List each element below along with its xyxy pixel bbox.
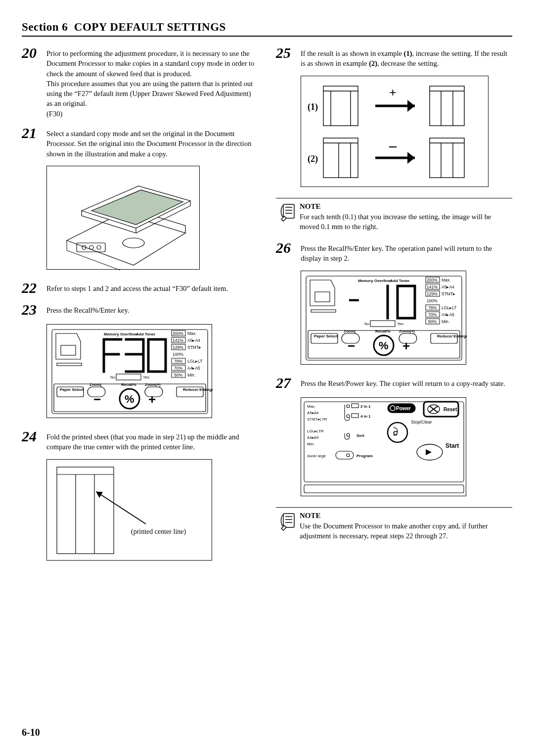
svg-text:141%: 141%: [427, 284, 438, 289]
step-25: 25 If the result is as shown in example …: [276, 46, 512, 69]
svg-marker-72: [407, 152, 415, 164]
svg-text:Max.: Max.: [187, 331, 196, 336]
svg-rect-6: [61, 345, 76, 355]
svg-text:STMT▸: STMT▸: [187, 345, 201, 350]
svg-marker-155: [426, 449, 432, 455]
step-number: 22: [22, 281, 46, 295]
svg-text:100%: 100%: [427, 298, 438, 303]
svg-text:Stop/Clear: Stop/Clear: [411, 420, 432, 425]
svg-text:Power: Power: [396, 406, 411, 411]
svg-text:LGL▸LT: LGL▸LT: [187, 359, 202, 364]
note-text: NOTE For each tenth (0.1) that you incre…: [300, 201, 512, 232]
step-body: Prior to performing the adjustment proce…: [46, 46, 258, 119]
step-number: 20: [22, 46, 46, 60]
svg-text:Reduce/
Enlarge: Reduce/ Enlarge: [183, 387, 213, 392]
svg-text:4 in 1: 4 in 1: [360, 414, 371, 419]
svg-text:A5▸A4: A5▸A4: [187, 338, 200, 343]
svg-text:Recall%: Recall%: [121, 382, 136, 387]
note-body: For each tenth (0.1) that you increase t…: [300, 213, 491, 231]
step-text: Press the Reset/Power key. The copier wi…: [301, 376, 505, 388]
folded-sheet-svg: (printed center line): [47, 460, 213, 561]
figure-panel-10: − Memory Overflow Add Toner No Yes 200%M…: [301, 271, 466, 365]
note-1: NOTE For each tenth (0.1) that you incre…: [276, 198, 512, 232]
svg-text:(2): (2): [308, 154, 318, 164]
svg-text:+: +: [389, 86, 397, 100]
svg-text:Program: Program: [356, 454, 373, 458]
svg-rect-82: [315, 292, 330, 302]
svg-marker-62: [407, 100, 415, 112]
step-27: 27 Press the Reset/Power key. The copier…: [276, 376, 512, 390]
svg-text:200%: 200%: [427, 278, 438, 283]
svg-text:Yes: Yes: [143, 375, 149, 379]
step-text: (F30): [46, 110, 62, 118]
svg-rect-133: [352, 404, 358, 408]
svg-text:Reset: Reset: [444, 407, 457, 412]
svg-point-132: [347, 405, 350, 408]
note-body: Use the Document Processor to make anoth…: [300, 522, 488, 540]
svg-text:Paper
Select: Paper Select: [314, 334, 338, 338]
svg-rect-77: [283, 204, 294, 218]
svg-rect-123: [304, 402, 464, 482]
svg-text:Start: Start: [445, 442, 459, 449]
step-23: 23 Press the Recall%/Enter key.: [22, 302, 258, 317]
svg-text:50%: 50%: [174, 373, 182, 378]
svg-text:50%: 50%: [428, 319, 437, 324]
figure-folded-sheet: (printed center line): [46, 459, 212, 561]
svg-rect-136: [352, 414, 358, 418]
note-2: NOTE Use the Document Processor to make …: [276, 507, 512, 541]
svg-point-0: [123, 238, 144, 248]
svg-marker-51: [96, 492, 102, 497]
svg-text:Memory
Overflow: Memory Overflow: [358, 279, 392, 283]
svg-text:Sort: Sort: [356, 433, 364, 438]
svg-text:%: %: [125, 393, 134, 405]
step-22: 22 Refer to steps 1 and 2 and access the…: [22, 281, 258, 295]
svg-rect-46: [57, 467, 114, 554]
step-26: 26 Press the Recall%/Enter key. The oper…: [276, 240, 512, 264]
note-title: NOTE: [300, 201, 512, 212]
note-icon: [276, 511, 300, 532]
svg-text:Min.: Min.: [442, 319, 449, 324]
svg-text:Zoom(: Zoom(: [344, 329, 356, 333]
figure-document-processor: [46, 166, 200, 270]
section-title: COPY DEFAULT SETTINGS: [74, 21, 226, 33]
svg-text:Max.: Max.: [307, 404, 315, 409]
step-text: If the result is as shown in example (1)…: [301, 46, 512, 69]
svg-rect-87: [370, 321, 395, 327]
svg-text:2 in 1: 2 in 1: [360, 404, 371, 409]
step-text: Refer to steps 1 and 2 and access the ac…: [46, 281, 228, 293]
svg-text:–: –: [389, 137, 397, 153]
svg-text:(printed center line): (printed center line): [131, 528, 186, 536]
svg-text:−: −: [348, 289, 359, 311]
right-column: 25 If the result is as shown in example …: [276, 46, 512, 571]
svg-text:70%: 70%: [174, 366, 182, 371]
svg-text:200%: 200%: [173, 331, 183, 336]
svg-point-4: [97, 245, 101, 249]
svg-text:Min.: Min.: [307, 442, 314, 446]
svg-text:Yes: Yes: [397, 322, 403, 326]
note-icon: [276, 201, 300, 223]
svg-point-3: [89, 245, 93, 249]
reset-panel-svg: Max. A5▸A4 STMT▸LTR LGL▸LTR A4▸A5 Min. d…: [301, 398, 467, 497]
svg-rect-67: [430, 138, 464, 178]
svg-rect-157: [283, 514, 294, 527]
step-number: 23: [22, 302, 46, 317]
svg-text:duce/
arge: duce/ arge: [307, 454, 326, 458]
svg-text:STMT▸: STMT▸: [442, 291, 455, 296]
svg-text:+: +: [402, 338, 410, 353]
svg-text:Min.: Min.: [187, 373, 195, 378]
svg-text:Paper
Select: Paper Select: [60, 387, 84, 392]
svg-text:141%: 141%: [173, 338, 183, 343]
svg-text:(1): (1): [308, 102, 318, 112]
step-number: 27: [276, 376, 301, 390]
step-number: 26: [276, 240, 301, 255]
svg-point-141: [347, 454, 350, 457]
svg-text:Recall%: Recall%: [375, 329, 391, 333]
svg-text:Zoom(: Zoom(: [89, 382, 102, 387]
svg-line-50: [96, 492, 146, 524]
svg-rect-57: [430, 86, 464, 126]
step-text: This procedure assumes that you are usin…: [46, 80, 253, 108]
svg-text:Add
Toner: Add Toner: [390, 279, 409, 283]
svg-text:STMT▸LTR: STMT▸LTR: [307, 417, 327, 422]
svg-text:Add
Toner: Add Toner: [136, 332, 155, 336]
svg-point-135: [347, 415, 350, 418]
